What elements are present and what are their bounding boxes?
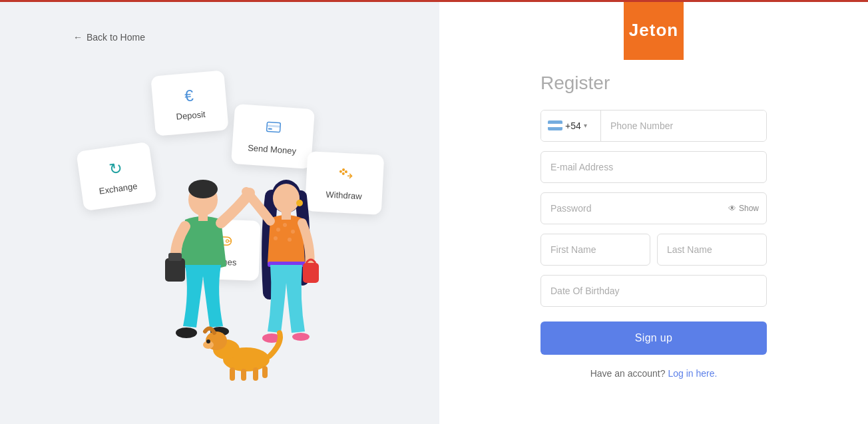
svg-rect-18: [198, 212, 208, 221]
deposit-icon: €: [184, 86, 194, 105]
svg-rect-14: [165, 258, 185, 282]
svg-point-16: [176, 327, 197, 338]
phone-row: +54 ▾: [541, 110, 767, 142]
logo-text: Jeton: [629, 20, 678, 41]
svg-rect-39: [253, 367, 258, 381]
logo: Jeton: [624, 0, 684, 60]
eye-icon: 👁: [728, 204, 736, 213]
svg-point-36: [206, 339, 210, 343]
send-label: Send Money: [248, 142, 297, 156]
name-group: [541, 234, 767, 266]
country-selector[interactable]: +54 ▾: [541, 110, 601, 141]
phone-group: +54 ▾: [541, 110, 767, 142]
svg-rect-38: [241, 369, 246, 381]
phone-input[interactable]: [601, 110, 766, 141]
svg-point-20: [273, 184, 300, 213]
svg-point-22: [276, 228, 280, 232]
svg-point-21: [296, 200, 303, 206]
illustration: € Deposit ↻ Exchange Send Money: [53, 53, 386, 399]
password-wrapper: 👁 Show: [541, 192, 767, 224]
show-label: Show: [739, 204, 759, 213]
register-title: Register: [541, 73, 767, 94]
login-prompt: Have an account? Log in here.: [541, 368, 767, 379]
back-arrow-icon: ←: [73, 32, 83, 43]
right-panel: Jeton Register +54 ▾ 👁: [439, 0, 868, 424]
dob-input[interactable]: [541, 275, 767, 307]
login-link[interactable]: Log in here.: [668, 368, 717, 379]
name-row: [541, 234, 767, 266]
back-to-home-link[interactable]: ← Back to Home: [73, 32, 145, 43]
email-input[interactable]: [541, 151, 767, 183]
last-name-input[interactable]: [657, 234, 767, 266]
svg-rect-1: [267, 124, 280, 127]
email-group: [541, 151, 767, 183]
svg-point-26: [288, 238, 292, 242]
svg-point-24: [291, 230, 295, 234]
send-icon: [265, 118, 282, 140]
deposit-card: € Deposit: [150, 70, 228, 136]
have-account-text: Have an account?: [590, 368, 666, 379]
login-label: Log in here.: [668, 368, 717, 379]
svg-point-30: [292, 333, 310, 341]
first-name-input[interactable]: [541, 234, 650, 266]
register-form: Register +54 ▾ 👁 Show: [541, 73, 767, 379]
svg-point-25: [274, 236, 278, 240]
svg-rect-31: [282, 210, 291, 220]
svg-rect-15: [168, 253, 182, 261]
dob-group: [541, 275, 767, 307]
show-password-button[interactable]: 👁 Show: [728, 204, 759, 213]
password-group: 👁 Show: [541, 192, 767, 224]
deposit-label: Deposit: [176, 109, 206, 122]
svg-rect-28: [303, 263, 319, 283]
signup-button[interactable]: Sign up: [541, 321, 767, 355]
svg-rect-40: [262, 366, 268, 378]
back-label: Back to Home: [87, 32, 145, 43]
left-panel: ← Back to Home € Deposit ↻ Exchange Send…: [0, 0, 439, 424]
people-illustration: [87, 160, 366, 399]
svg-rect-2: [268, 128, 272, 129]
country-code: +54: [565, 120, 581, 131]
signup-label: Sign up: [635, 332, 672, 343]
svg-rect-37: [230, 367, 235, 381]
svg-point-13: [188, 180, 218, 198]
chevron-down-icon: ▾: [584, 122, 587, 129]
argentina-flag: [548, 120, 562, 130]
svg-point-23: [283, 223, 287, 227]
